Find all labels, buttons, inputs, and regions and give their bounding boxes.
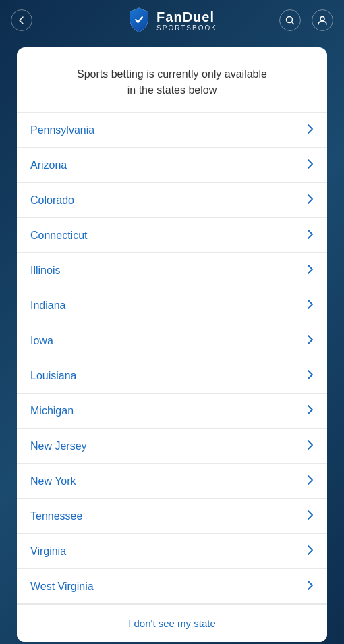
state-item[interactable]: Colorado [17,183,327,218]
state-item[interactable]: Louisiana [17,358,327,394]
back-icon [16,15,27,26]
state-name: Tennessee [30,510,82,522]
modal-header: Sports betting is currently only availab… [17,47,327,112]
state-item[interactable]: New York [17,464,327,499]
chevron-right-icon [307,229,314,242]
state-name: Illinois [30,265,60,277]
state-selection-modal: Sports betting is currently only availab… [17,47,327,642]
user-icon [317,15,328,26]
logo-shield-icon [127,7,151,34]
chevron-right-icon [307,299,314,313]
logo-subtitle: SPORTSBOOK [156,24,217,32]
state-item[interactable]: New Jersey [17,429,327,464]
state-name: Colorado [30,194,74,207]
state-item[interactable]: Tennessee [17,499,327,534]
no-state-text: I don't see my state [128,618,216,629]
logo-name: FanDuel [156,9,217,24]
state-name: Indiana [30,300,66,312]
logo: FanDuel SPORTSBOOK [127,7,217,34]
back-button[interactable] [11,9,32,31]
chevron-right-icon [307,404,314,418]
search-icon [285,15,295,26]
states-list: PennsylvaniaArizonaColoradoConnecticutIl… [17,112,327,604]
modal-title-line1: Sports betting is currently only availab… [77,68,267,80]
state-item[interactable]: Arizona [17,148,327,183]
chevron-right-icon [307,264,314,277]
search-button[interactable] [279,9,301,31]
svg-point-1 [320,17,324,21]
state-name: Louisiana [30,370,77,382]
state-item[interactable]: Pennsylvania [17,113,327,148]
state-item[interactable]: Virginia [17,534,327,569]
state-name: New York [30,475,76,487]
header-right-icons [279,9,333,31]
no-state-link[interactable]: I don't see my state [17,604,327,642]
user-button[interactable] [312,9,333,31]
modal-title: Sports betting is currently only availab… [33,66,311,99]
chevron-right-icon [307,159,314,172]
state-name: West Virginia [30,581,94,593]
state-name: Virginia [30,545,66,558]
chevron-right-icon [307,510,314,523]
chevron-right-icon [307,334,314,348]
chevron-right-icon [307,580,314,593]
state-name: Connecticut [30,230,88,242]
modal-title-line2: in the states below [127,84,217,96]
state-item[interactable]: Illinois [17,253,327,288]
state-name: New Jersey [30,440,87,452]
state-item[interactable]: Michigan [17,394,327,429]
chevron-right-icon [307,439,314,453]
state-item[interactable]: West Virginia [17,569,327,604]
state-name: Michigan [30,405,74,417]
state-item[interactable]: Indiana [17,288,327,323]
logo-text: FanDuel SPORTSBOOK [156,9,217,32]
chevron-right-icon [307,369,314,383]
state-name: Pennsylvania [30,124,94,136]
state-item[interactable]: Connecticut [17,218,327,253]
chevron-right-icon [307,194,314,207]
state-name: Iowa [30,335,53,347]
chevron-right-icon [307,124,314,137]
state-item[interactable]: Iowa [17,323,327,358]
state-name: Arizona [30,159,67,171]
app-header: FanDuel SPORTSBOOK [0,0,344,41]
chevron-right-icon [307,475,314,488]
chevron-right-icon [307,545,314,558]
